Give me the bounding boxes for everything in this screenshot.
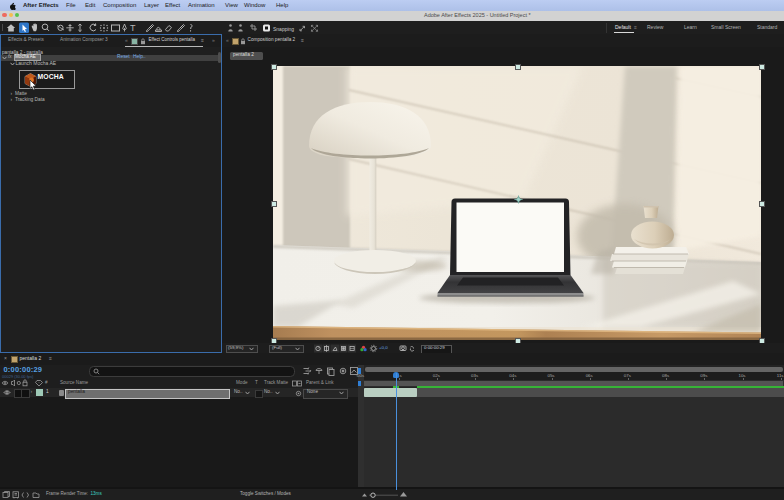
svg-text:T: T (130, 23, 136, 33)
svg-text:Snapping: Snapping (273, 25, 294, 31)
